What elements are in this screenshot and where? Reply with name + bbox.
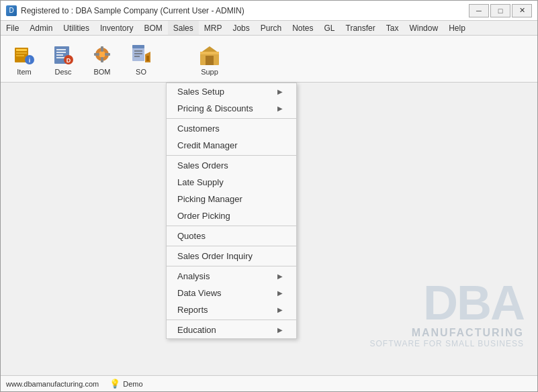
separator-1 (167, 118, 296, 119)
supp-label: Supp (201, 68, 218, 76)
watermark-dba: DBA (370, 279, 524, 327)
menu-transfer[interactable]: Transfer (341, 21, 381, 35)
order-picking-label: Order Picking (177, 211, 230, 221)
menu-purch[interactable]: Purch (255, 21, 287, 35)
desc-label: Desc (54, 68, 71, 76)
so-label: SO (136, 68, 146, 76)
title-bar-left: D Registered to : DBA Sample Company (Cu… (6, 5, 244, 16)
window-title: Registered to : DBA Sample Company (Curr… (21, 6, 244, 15)
watermark-line1: MANUFACTURING (370, 327, 524, 339)
toolbar-desc-button[interactable]: D Desc (45, 39, 81, 79)
menu-analysis[interactable]: Analysis ▶ (167, 268, 296, 285)
svg-rect-2 (16, 52, 27, 54)
bulb-icon: 💡 (109, 379, 120, 389)
menu-sales-orders[interactable]: Sales Orders (167, 157, 296, 174)
svg-rect-21 (134, 50, 142, 52)
analysis-arrow: ▶ (277, 273, 283, 280)
so-icon (129, 42, 153, 66)
svg-rect-25 (146, 56, 149, 61)
customers-label: Customers (177, 124, 220, 134)
svg-rect-15 (101, 46, 103, 52)
supp-icon (197, 42, 222, 66)
watermark: DBA MANUFACTURING SOFTWARE FOR SMALL BUS… (370, 279, 524, 348)
svg-rect-23 (134, 56, 140, 57)
svg-rect-7 (56, 49, 66, 50)
analysis-label: Analysis (177, 271, 210, 281)
title-bar-controls: ─ □ ✕ (469, 4, 532, 17)
svg-rect-3 (16, 55, 24, 56)
menu-window[interactable]: Window (404, 21, 443, 35)
separator-3 (167, 226, 296, 226)
data-views-arrow: ▶ (277, 289, 283, 297)
menu-sales[interactable]: Sales (168, 21, 199, 35)
svg-rect-9 (56, 54, 63, 56)
menu-jobs[interactable]: Jobs (227, 21, 255, 35)
title-bar: D Registered to : DBA Sample Company (Cu… (1, 1, 537, 21)
status-url: www.dbamanufacturing.com (6, 380, 99, 388)
menu-picking-manager[interactable]: Picking Manager (167, 191, 296, 207)
menu-quotes[interactable]: Quotes (167, 228, 296, 244)
svg-text:D: D (66, 57, 71, 64)
credit-manager-label: Credit Manager (177, 140, 238, 150)
pricing-discounts-label: Pricing & Discounts (177, 103, 253, 113)
svg-rect-10 (56, 57, 64, 58)
menu-help[interactable]: Help (443, 21, 471, 35)
menu-gl[interactable]: GL (319, 21, 341, 35)
pricing-discounts-arrow: ▶ (277, 105, 283, 112)
menu-customers[interactable]: Customers (167, 120, 296, 137)
status-bar: www.dbamanufacturing.com 💡 Demo (1, 375, 537, 391)
menu-credit-manager[interactable]: Credit Manager (167, 137, 296, 154)
menu-sales-setup[interactable]: Sales Setup ▶ (167, 83, 296, 100)
svg-rect-8 (56, 52, 66, 53)
toolbar-supp-button[interactable]: Supp (191, 39, 228, 79)
menu-late-supply[interactable]: Late Supply (167, 174, 296, 191)
quotes-label: Quotes (177, 231, 206, 241)
education-arrow: ▶ (277, 326, 283, 334)
toolbar-item-button[interactable]: i Item (6, 39, 42, 79)
watermark-line2: SOFTWARE FOR SMALL BUSINESS (370, 339, 524, 348)
menu-sales-order-inquiry[interactable]: Sales Order Inquiry (167, 248, 296, 264)
svg-point-14 (99, 51, 105, 58)
toolbar: i Item D Desc (1, 36, 537, 83)
svg-text:i: i (29, 57, 31, 64)
toolbar-so-button[interactable]: SO (123, 39, 159, 79)
menu-tax[interactable]: Tax (381, 21, 404, 35)
reports-label: Reports (177, 305, 208, 315)
menu-bom[interactable]: BOM (138, 21, 167, 35)
education-label: Education (177, 325, 216, 335)
restore-button[interactable]: □ (490, 4, 510, 17)
menu-file[interactable]: File (1, 21, 24, 35)
menu-education[interactable]: Education ▶ (167, 322, 296, 338)
menu-data-views[interactable]: Data Views ▶ (167, 285, 296, 301)
menu-inventory[interactable]: Inventory (95, 21, 138, 35)
bom-label: BOM (93, 68, 110, 76)
main-content: Sales Setup ▶ Pricing & Discounts ▶ Cust… (1, 83, 537, 375)
toolbar-bom-button[interactable]: BOM (84, 39, 120, 79)
close-button[interactable]: ✕ (512, 4, 532, 17)
menu-pricing-discounts[interactable]: Pricing & Discounts ▶ (167, 100, 296, 117)
separator-5 (167, 266, 296, 266)
window-frame: D Registered to : DBA Sample Company (Cu… (0, 0, 538, 392)
menu-utilities[interactable]: Utilities (58, 21, 95, 35)
svg-rect-27 (206, 56, 214, 65)
menu-order-picking[interactable]: Order Picking (167, 207, 296, 224)
item-icon: i (12, 42, 36, 66)
menu-admin[interactable]: Admin (24, 21, 58, 35)
svg-rect-17 (94, 53, 99, 56)
separator-4 (167, 246, 296, 246)
sales-order-inquiry-label: Sales Order Inquiry (177, 251, 253, 261)
item-label: Item (17, 68, 31, 76)
minimize-button[interactable]: ─ (469, 4, 489, 17)
late-supply-label: Late Supply (177, 177, 224, 187)
sales-setup-label: Sales Setup (177, 87, 224, 97)
svg-rect-28 (200, 52, 219, 54)
menu-notes[interactable]: Notes (287, 21, 318, 35)
bom-icon (90, 42, 114, 66)
desc-icon: D (51, 42, 75, 66)
svg-rect-18 (105, 53, 110, 56)
reports-arrow: ▶ (277, 306, 283, 313)
menu-reports[interactable]: Reports ▶ (167, 301, 296, 318)
menu-mrp[interactable]: MRP (199, 21, 228, 35)
picking-manager-label: Picking Manager (177, 194, 242, 204)
separator-6 (167, 320, 296, 320)
